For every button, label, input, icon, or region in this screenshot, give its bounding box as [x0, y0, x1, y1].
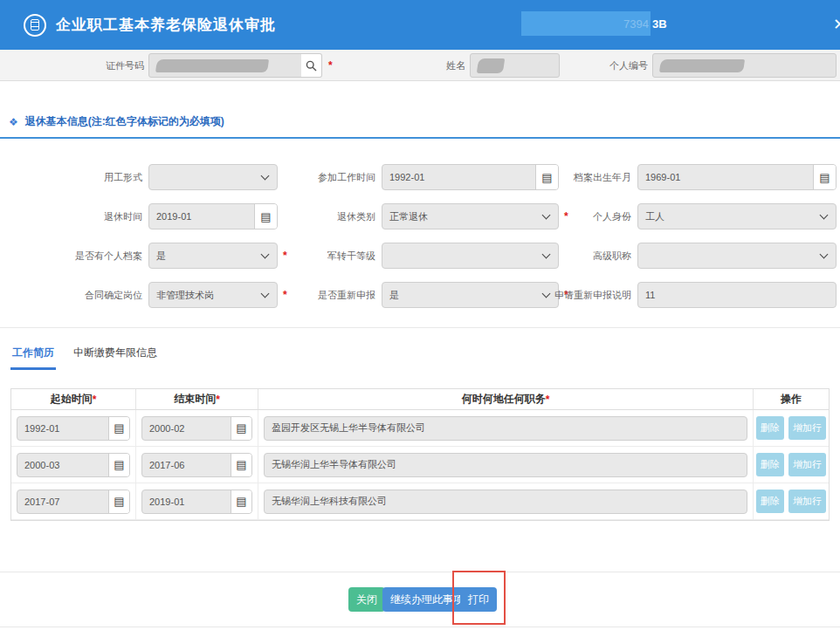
- search-icon: [306, 60, 317, 72]
- retire-date-input[interactable]: 2019-01 ▤: [148, 203, 278, 229]
- bottom-divider: [0, 627, 840, 627]
- document-icon: [31, 19, 39, 31]
- work-start-date-input[interactable]: 1992-01 ▤: [382, 164, 559, 190]
- military-rank-select[interactable]: [382, 243, 559, 269]
- contract-post-label: 合同确定岗位: [0, 282, 142, 308]
- column-header-end: 结束时间*: [136, 389, 258, 410]
- calendar-icon[interactable]: ▤: [254, 204, 277, 229]
- calendar-icon[interactable]: ▤: [108, 454, 129, 476]
- required-mark: *: [328, 50, 333, 81]
- divider: [0, 327, 840, 328]
- name-input[interactable]: [470, 53, 560, 78]
- column-header-position: 何时何地任何职务*: [258, 389, 754, 410]
- work-start-label: 参加工作时间: [288, 164, 375, 190]
- section-title: 退休基本信息(注:红色字体标记的为必填项): [25, 114, 224, 129]
- section-divider: [0, 137, 840, 139]
- calendar-icon[interactable]: ▤: [231, 454, 251, 476]
- personal-identity-select[interactable]: 工人: [637, 203, 837, 229]
- form-row: 用工形式 参加工作时间 1992-01 ▤ 档案出生年月 1969-01 ▤: [0, 164, 840, 190]
- record-id-ghost: 7394: [623, 17, 649, 31]
- senior-title-select[interactable]: [637, 243, 837, 269]
- retirement-approval-window: 企业职工基本养老保险退休审批 7394 3B ✕ 证件号码 * 姓名 个人编号 …: [0, 0, 840, 630]
- tab-bar: 工作简历 中断缴费年限信息: [10, 342, 175, 370]
- table-row: 2017-07 ▤: [11, 483, 136, 520]
- work-history-table: 起始时间* 结束时间* 何时何地任何职务* 操作 1992-01 ▤ 2000-…: [10, 388, 830, 521]
- senior-title-label: 高级职称: [547, 243, 631, 269]
- redeclare-note-input[interactable]: 11: [637, 282, 837, 308]
- chevron-down-icon: [820, 250, 829, 259]
- table-row: 无锡华润上华科技有限公司: [258, 483, 754, 520]
- add-row-button[interactable]: 增加行: [788, 453, 826, 476]
- table-row: 无锡华润上华半导体有限公司: [258, 447, 754, 483]
- id-number-input[interactable]: [148, 53, 302, 78]
- military-rank-label: 军转干等级: [288, 243, 375, 269]
- add-row-button[interactable]: 增加行: [788, 416, 826, 440]
- position-input[interactable]: 无锡华润上华半导体有限公司: [264, 453, 747, 477]
- start-date-input[interactable]: 2017-07 ▤: [17, 490, 130, 514]
- position-input[interactable]: 无锡华润上华科技有限公司: [264, 490, 747, 514]
- column-header-start: 起始时间*: [11, 389, 136, 410]
- retire-type-select[interactable]: 正常退休: [382, 203, 559, 229]
- person-identity-bar: 证件号码 * 姓名 个人编号: [0, 50, 840, 81]
- required-mark: *: [546, 394, 550, 406]
- table-row: 盈园开发区无锡上华半导体有限公司: [258, 410, 754, 447]
- delete-row-button[interactable]: 删除: [756, 490, 784, 513]
- start-date-input[interactable]: 1992-01 ▤: [17, 416, 130, 441]
- personal-no-input[interactable]: [652, 53, 837, 78]
- continue-processing-button[interactable]: 继续办理此事项: [382, 587, 472, 612]
- footer-divider: [0, 572, 840, 572]
- print-button[interactable]: 打印: [460, 587, 497, 612]
- app-logo-icon: [24, 14, 46, 37]
- delete-row-button[interactable]: 删除: [756, 416, 784, 440]
- personal-identity-label: 个人身份: [547, 203, 631, 229]
- employment-form-select[interactable]: [148, 164, 278, 190]
- calendar-icon[interactable]: ▤: [231, 417, 251, 440]
- redacted-id-value: [155, 59, 269, 72]
- redacted-name-value: [477, 58, 505, 73]
- table-row: 1992-01 ▤: [11, 410, 136, 447]
- calendar-icon[interactable]: ▤: [813, 165, 836, 189]
- window-title: 企业职工基本养老保险退休审批: [56, 15, 276, 35]
- file-birthdate-input[interactable]: 1969-01 ▤: [637, 164, 837, 190]
- section-marker-icon: ❖: [9, 116, 18, 128]
- end-date-input[interactable]: 2017-06 ▤: [141, 453, 252, 477]
- calendar-icon[interactable]: ▤: [231, 490, 251, 513]
- calendar-icon[interactable]: ▤: [108, 490, 129, 513]
- file-birthdate-label: 档案出生年月: [547, 164, 631, 190]
- required-mark: *: [93, 394, 97, 406]
- window-titlebar: 企业职工基本养老保险退休审批 7394 3B ✕: [0, 0, 840, 50]
- form-row: 是否有个人档案 是 * 军转干等级 高级职称: [0, 243, 840, 269]
- redacted-personal-no-value: [659, 59, 745, 72]
- end-date-input[interactable]: 2000-02 ▤: [141, 416, 252, 441]
- redeclare-label: 是否重新申报: [288, 282, 375, 308]
- chevron-down-icon: [261, 172, 270, 181]
- column-header-actions: 操作: [754, 389, 829, 410]
- redeclare-note-label: 申请重新申报说明: [547, 282, 631, 308]
- contract-post-select[interactable]: 非管理技术岗: [148, 282, 278, 308]
- start-date-input[interactable]: 2000-03 ▤: [17, 453, 130, 477]
- required-mark: *: [283, 282, 287, 308]
- redacted-record-id: 7394: [521, 11, 651, 36]
- chevron-down-icon: [261, 250, 270, 259]
- calendar-icon[interactable]: ▤: [108, 417, 129, 440]
- personal-archive-select[interactable]: 是: [148, 243, 278, 269]
- personal-archive-label: 是否有个人档案: [0, 243, 142, 269]
- redeclare-select[interactable]: 是: [382, 282, 559, 308]
- required-mark: *: [283, 243, 287, 269]
- end-date-input[interactable]: 2019-01 ▤: [141, 490, 252, 514]
- record-id-suffix: 3B: [652, 17, 667, 31]
- table-row: 2017-06 ▤: [136, 447, 258, 483]
- close-button[interactable]: 关闭: [348, 587, 385, 612]
- add-row-button[interactable]: 增加行: [788, 490, 826, 513]
- retire-type-label: 退休类别: [288, 203, 375, 229]
- position-input[interactable]: 盈园开发区无锡上华半导体有限公司: [264, 416, 747, 441]
- close-icon[interactable]: ✕: [833, 15, 840, 34]
- tab-interrupted-payment-years[interactable]: 中断缴费年限信息: [72, 342, 159, 370]
- name-label: 姓名: [410, 50, 465, 81]
- tab-work-history[interactable]: 工作简历: [10, 342, 56, 370]
- table-row: 2019-01 ▤: [136, 483, 258, 520]
- delete-row-button[interactable]: 删除: [756, 453, 784, 476]
- form-row: 合同确定岗位 非管理技术岗 * 是否重新申报 是 * 申请重新申报说明 11: [0, 282, 840, 308]
- id-search-button[interactable]: [301, 53, 322, 78]
- id-number-label: 证件号码: [17, 50, 144, 81]
